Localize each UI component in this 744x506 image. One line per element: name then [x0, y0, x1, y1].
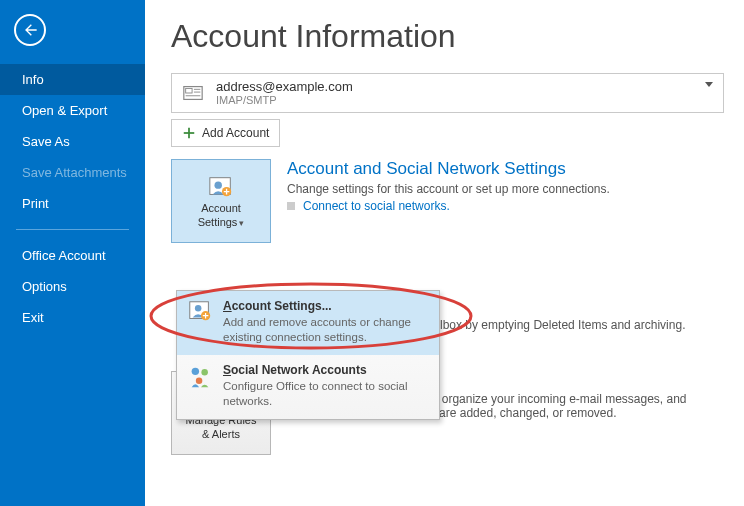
svg-point-17 [201, 369, 208, 376]
page-title: Account Information [171, 18, 724, 55]
add-account-label: Add Account [202, 126, 269, 140]
section-network-desc: Change settings for this account or set … [287, 182, 724, 196]
account-settings-icon [206, 174, 236, 200]
sidebar-item-save-attachments: Save Attachments [0, 157, 145, 188]
account-protocol: IMAP/SMTP [216, 94, 353, 106]
sidebar-item-open-export[interactable]: Open & Export [0, 95, 145, 126]
sidebar-item-exit[interactable]: Exit [0, 302, 145, 333]
account-settings-tile[interactable]: Account Settings▾ [171, 159, 271, 243]
svg-point-14 [195, 305, 202, 312]
menu-item-account-settings[interactable]: Account Settings... Add and remove accou… [177, 291, 439, 355]
tile-line1: Account [201, 202, 241, 214]
mailbox-icon [180, 80, 206, 106]
add-account-button[interactable]: Add Account [171, 119, 280, 147]
tile-line2: & Alerts [202, 428, 240, 440]
plus-icon [182, 126, 196, 140]
sidebar-item-save-as[interactable]: Save As [0, 126, 145, 157]
menu-item-title: Social Network Accounts [223, 363, 429, 377]
svg-point-18 [196, 377, 203, 384]
menu-item-title: Account Settings... [223, 299, 429, 313]
back-button[interactable] [14, 14, 46, 46]
sidebar-item-office-account[interactable]: Office Account [0, 240, 145, 271]
menu-item-social-network[interactable]: Social Network Accounts Configure Office… [177, 355, 439, 419]
sidebar-item-options[interactable]: Options [0, 271, 145, 302]
account-selector[interactable]: address@example.com IMAP/SMTP [171, 73, 724, 113]
connect-social-label: Connect to social networks. [303, 199, 450, 213]
cleanup-fragment: lbox by emptying Deleted Items and archi… [440, 318, 685, 332]
chevron-down-icon [705, 82, 713, 87]
social-network-icon [187, 363, 213, 389]
tile-line2: Settings [198, 216, 238, 228]
account-address: address@example.com [216, 80, 353, 95]
arrow-left-icon [22, 22, 38, 38]
bullet-icon [287, 202, 295, 210]
account-settings-menu: Account Settings... Add and remove accou… [176, 290, 440, 420]
menu-item-desc: Add and remove accounts or change existi… [223, 315, 429, 345]
main-panel: Account Information address@example.com … [145, 0, 744, 506]
section-network-title: Account and Social Network Settings [287, 159, 724, 179]
sidebar-item-info[interactable]: Info [0, 64, 145, 95]
menu-item-desc: Configure Office to connect to social ne… [223, 379, 429, 409]
account-settings-icon [187, 299, 213, 325]
sidebar-separator [16, 229, 129, 230]
connect-social-link[interactable]: Connect to social networks. [287, 199, 724, 213]
svg-point-16 [192, 368, 199, 375]
backstage-sidebar: Info Open & Export Save As Save Attachme… [0, 0, 145, 506]
svg-rect-1 [186, 88, 192, 93]
svg-point-8 [215, 181, 222, 188]
sidebar-item-print[interactable]: Print [0, 188, 145, 219]
chevron-down-icon: ▾ [239, 218, 244, 228]
